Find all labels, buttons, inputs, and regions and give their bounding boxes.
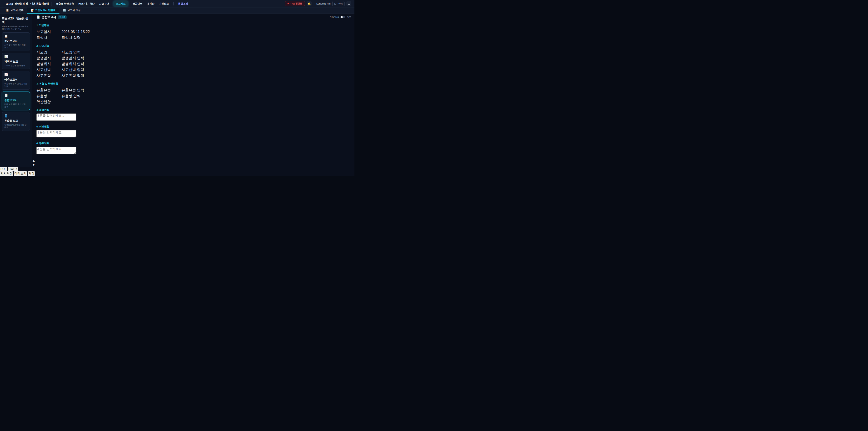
field-label: 사고선박 (36, 67, 61, 73)
export-hwpx-button[interactable]: HWPX (8, 167, 18, 171)
nav-item-report-data[interactable]: 보고자료 (114, 1, 128, 6)
editor-footer-bar: PDF HWPX 임시저장 미리보기 저장 (0, 167, 354, 176)
template-desc: 지휘부 보고용 요약 문서 (4, 64, 27, 67)
tab-standard-report-template[interactable]: 📝 표준보고서 템플릿 (27, 7, 59, 13)
line-chart-icon: 📈 (4, 73, 27, 76)
user-name: Eunjeong Kim (316, 2, 331, 5)
tab-label: 표준보고서 템플릿 (35, 8, 56, 12)
nav-item-integrated-search[interactable]: 통합조회 (178, 2, 188, 5)
sidebar-title: 표준보고서 템플릿 선택 (2, 17, 30, 24)
report-form: 1. 기본정보 보고일시 2026-03-11 15:22 작성자 작성자 입력… (32, 20, 354, 159)
save-button[interactable]: 저장 (28, 171, 35, 176)
autosave-toggle[interactable] (340, 16, 345, 18)
occurrence-datetime-field[interactable]: 발생일시 입력 (61, 55, 350, 61)
incident-overview-table: 사고명 사고명 입력 발생일시 발생일시 입력 발생위치 발생위치 입력 사고선… (36, 49, 350, 79)
document-bookmark-icon: 📑 (36, 16, 40, 19)
table-row: 사고유형 사고유형 입력 (36, 73, 350, 79)
table-row: 사고선박 사고선박 입력 (36, 67, 350, 73)
future-plan-textarea[interactable] (36, 147, 76, 154)
scroll-down-icon[interactable]: ▼ (32, 163, 354, 167)
clipboard-icon: 📋 (6, 9, 9, 12)
memo-pencil-icon: 📝 (31, 9, 34, 12)
template-desc: 확산예측 결과 및 민감자원 분석 (4, 83, 27, 88)
response-status-wrap (36, 114, 350, 122)
nav-item-weather-info[interactable]: 기상정보 (159, 2, 169, 5)
report-tab-bar: 📋 보고서 목록 📝 표준보고서 템플릿 🔄 보고서 생성 (0, 7, 354, 14)
editor-header: 📑 종합보고서 작성중 자동저장: OFF (32, 14, 354, 20)
template-desc: 유류오염사고 대응지원 상황도 (4, 124, 27, 129)
incident-type-field[interactable]: 사고유형 입력 (61, 73, 350, 79)
autosave-label: 자동저장: (330, 16, 339, 19)
tab-label: 보고서 생성 (67, 8, 81, 12)
incident-status-label: 사고 진행중 (290, 2, 302, 5)
sidebar-subtitle: 템플릿을 선택하면 오른쪽에 작성 양식이 표시됩니다. (2, 25, 30, 31)
divider (52, 2, 52, 6)
table-row: 보고일시 2026-03-11 15:22 (36, 29, 350, 35)
template-card-comprehensive-report[interactable]: 📑 종합보고서 전체 사고 대응 종합 보고 문서 (2, 92, 30, 110)
diffusion-status-field[interactable] (61, 99, 350, 105)
table-row: 확산현황 (36, 99, 350, 105)
incident-vessel-field[interactable]: 사고선박 입력 (61, 67, 350, 73)
refresh-icon: 🔄 (63, 9, 66, 12)
wing-logo: Wing (6, 2, 13, 5)
report-datetime-field[interactable]: 2026-03-11 15:22 (61, 29, 350, 35)
hamburger-icon (348, 3, 350, 4)
section-heading-response-status: 4. 대응현황 (36, 108, 350, 112)
scroll-up-icon[interactable]: ▲ (32, 159, 354, 163)
field-label: 유출량 (36, 93, 61, 99)
tab-report-generate[interactable]: 🔄 보고서 생성 (59, 7, 84, 13)
section-heading-future-plan: 6. 향후계획 (36, 142, 350, 145)
nav-item-aerial-search[interactable]: 항공탐색 (132, 2, 143, 5)
preview-button[interactable]: 미리보기 (14, 171, 27, 176)
table-row: 사고명 사고명 입력 (36, 49, 350, 55)
response-status-textarea[interactable] (36, 114, 76, 121)
report-editor: 📑 종합보고서 작성중 자동저장: OFF 1. 기본정보 보고일시 (32, 14, 354, 167)
toggle-knob (341, 16, 343, 18)
template-title: 예측보고서 (4, 78, 27, 82)
brand: Wing 해양환경 위기대응 통합시스템 (0, 2, 49, 5)
incident-name-field[interactable]: 사고명 입력 (61, 49, 350, 55)
template-title: 종합보고서 (4, 98, 27, 102)
table-row: 유출량 유출량 입력 (36, 93, 350, 99)
template-card-prediction-report[interactable]: 📈 예측보고서 확산예측 결과 및 민감자원 분석 (2, 71, 30, 90)
field-label: 발생일시 (36, 55, 61, 61)
section-heading-incident-overview: 2. 사고개요 (36, 44, 350, 48)
nav-item-board[interactable]: 게시판 (147, 2, 154, 5)
temp-save-button[interactable]: 임시저장 (0, 171, 13, 176)
section-heading-spill-status: 3. 유출 및 확산현황 (36, 82, 350, 86)
nav-item-oil-spill-prediction[interactable]: 유출유 확산예측 (56, 2, 74, 5)
autosave-control: 자동저장: OFF (330, 16, 351, 19)
template-card-initial-report[interactable]: 📋 초기보고서 사고 발생 직후 초기 상황 보고 (2, 32, 30, 51)
bar-chart-icon: 📊 (4, 55, 27, 58)
damage-status-textarea[interactable] (36, 130, 76, 137)
field-label: 사고명 (36, 49, 61, 55)
occurrence-location-field[interactable]: 발생위치 입력 (61, 61, 350, 67)
notification-bell-button[interactable]: 🔔 (307, 1, 312, 6)
template-title: 유출유 보고 (4, 119, 27, 123)
clipboard-icon: 📋 (4, 35, 27, 37)
template-title: 지휘부 보고 (4, 60, 27, 63)
autosave-state: OFF (347, 16, 351, 18)
field-label: 발생위치 (36, 61, 61, 67)
nav-item-emergency-rescue[interactable]: 긴급구난 (99, 2, 109, 5)
hamburger-menu-button[interactable] (346, 1, 351, 6)
template-card-command-report[interactable]: 📊 지휘부 보고 지휘부 보고용 요약 문서 (2, 53, 30, 69)
app-title: 해양환경 위기대응 통합시스템 (15, 2, 49, 5)
scrollbar-track[interactable]: ▲ ▼ (32, 159, 354, 167)
app-root: Wing 해양환경 위기대응 통합시스템 유출유 확산예측 HNS·대기확산 긴… (0, 0, 354, 176)
spill-amount-field[interactable]: 유출량 입력 (61, 93, 350, 99)
draft-status-badge: 작성중 (58, 15, 67, 19)
oil-type-field[interactable]: 유출유종 입력 (61, 87, 350, 93)
top-navigation-bar: Wing 해양환경 위기대응 통합시스템 유출유 확산예측 HNS·대기확산 긴… (0, 0, 354, 7)
table-row: 발생일시 발생일시 입력 (36, 55, 350, 61)
export-pdf-button[interactable]: PDF (0, 167, 7, 171)
field-label: 확산현황 (36, 99, 61, 105)
author-field[interactable]: 작성자 입력 (61, 35, 350, 41)
main-nav: 유출유 확산예측 HNS·대기확산 긴급구난 보고자료 항공탐색 게시판 기상정… (56, 1, 188, 6)
template-card-oil-spill-report[interactable]: 🛢️ 유출유 보고 유류오염사고 대응지원 상황도 (2, 112, 30, 131)
topbar-right: 사고 진행중 🔔 Eunjeong Kim 로그아웃 (285, 1, 354, 6)
nav-item-hns-diffusion[interactable]: HNS·대기확산 (79, 2, 94, 5)
logout-button[interactable]: 로그아웃 (332, 1, 344, 6)
section-heading-basic-info: 1. 기본정보 (36, 24, 350, 27)
tab-report-list[interactable]: 📋 보고서 목록 (2, 7, 27, 13)
